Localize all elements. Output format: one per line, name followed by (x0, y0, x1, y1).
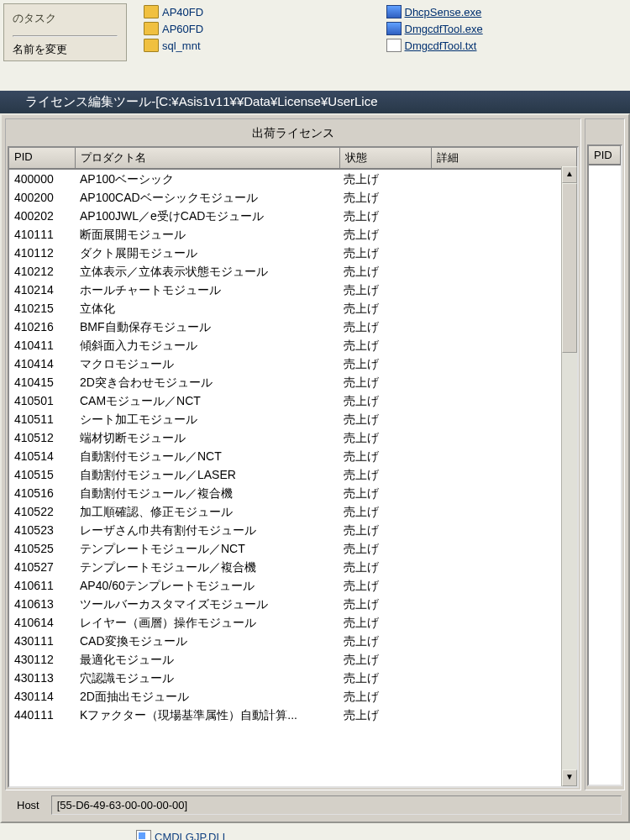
table-row[interactable]: 4301142D面抽出モジュール売上げ (9, 687, 577, 706)
file-item[interactable]: DhcpSense.exe (385, 3, 627, 20)
host-field[interactable]: [55-D6-49-63-00-00-00-00] (51, 795, 622, 815)
table-row[interactable]: 410611AP40/60テンプレートモジュール売上げ (9, 576, 577, 595)
window-title: ライセンス編集ツール-[C:¥Asis1v11¥¥Data¥License¥Us… (25, 94, 377, 108)
cell-detail (429, 207, 577, 225)
desktop-background: のタスク 名前を変更 AP40FD DhcpSense.exe AP60FD D… (0, 0, 630, 91)
tasks-title: のタスク (13, 8, 118, 29)
table-row[interactable]: 410525テンプレートモジュール／NCT売上げ (9, 539, 577, 558)
cell-detail (429, 428, 577, 447)
scroll-down-button[interactable]: ▼ (562, 769, 577, 786)
window-titlebar[interactable]: ライセンス編集ツール-[C:¥Asis1v11¥¥Data¥License¥Us… (0, 91, 630, 113)
col-pid-right[interactable]: PID (589, 146, 621, 165)
cell-pid: 440111 (9, 706, 75, 724)
cell-status: 売上げ (339, 207, 429, 225)
cell-name: レーザさん巾共有割付モジュール (75, 521, 339, 539)
cell-pid: 410512 (9, 428, 75, 447)
cell-status: 売上げ (339, 632, 429, 650)
cell-name: 自動割付モジュール／NCT (75, 447, 339, 465)
folder-icon (144, 22, 159, 35)
cell-detail (429, 502, 577, 521)
table-row[interactable]: 440111Kファクター（現場基準属性）自動計算...売上げ (9, 706, 577, 724)
table-row[interactable]: 430113穴認識モジュール売上げ (9, 669, 577, 687)
cell-detail (429, 391, 577, 410)
table-row[interactable]: 410613ツールバーカスタマイズモジュール売上げ (9, 595, 577, 613)
cell-name: AP40/60テンプレートモジュール (75, 576, 339, 595)
file-item[interactable]: DmgcdfTool.exe (385, 20, 627, 37)
cell-detail (429, 188, 577, 207)
table-row[interactable]: 410414マクロモジュール売上げ (9, 354, 577, 373)
table-row[interactable]: 410215立体化売上げ (9, 299, 577, 318)
right-listview[interactable]: PID (587, 144, 622, 786)
table-row[interactable]: 410522加工順確認、修正モジュール売上げ (9, 502, 577, 521)
table-row[interactable]: 430112最適化モジュール売上げ (9, 650, 577, 669)
cell-name: テンプレートモジュール／NCT (75, 539, 339, 558)
table-row[interactable]: 410501CAMモジュール／NCT売上げ (9, 391, 577, 410)
cell-status: 売上げ (339, 410, 429, 428)
cell-detail (429, 336, 577, 354)
table-row[interactable]: 410514自動割付モジュール／NCT売上げ (9, 447, 577, 465)
cell-detail (429, 595, 577, 613)
table-row[interactable]: 410411傾斜面入力モジュール売上げ (9, 336, 577, 354)
table-row[interactable]: 410527テンプレートモジュール／複合機売上げ (9, 558, 577, 576)
cell-pid: 410214 (9, 281, 75, 299)
cell-detail (429, 465, 577, 484)
cell-status: 売上げ (339, 281, 429, 299)
cell-pid: 410414 (9, 354, 75, 373)
cell-name: AP100JWL／e受けCADモジュール (75, 207, 339, 225)
folder-item[interactable]: AP40FD (142, 3, 385, 20)
listview-header: PID プロダクト名 状態 詳細 (9, 148, 577, 170)
cell-detail (429, 373, 577, 391)
table-row[interactable]: 410523レーザさん巾共有割付モジュール売上げ (9, 521, 577, 539)
table-row[interactable]: 410214ホールチャートモジュール売上げ (9, 281, 577, 299)
table-row[interactable]: 410112ダクト展開モジュール売上げ (9, 244, 577, 262)
right-panel: PID (585, 118, 625, 790)
cell-name: テンプレートモジュール／複合機 (75, 558, 339, 576)
cell-pid: 400000 (9, 170, 75, 188)
cell-detail (429, 170, 577, 188)
scroll-thumb[interactable] (562, 183, 577, 353)
exe-icon (386, 5, 402, 18)
cell-pid: 410516 (9, 484, 75, 502)
window-body: 出荷ライセンス PID プロダクト名 状態 詳細 400000AP100ベーシッ… (0, 113, 630, 823)
scroll-up-button[interactable]: ▲ (562, 166, 577, 183)
cell-pid: 400200 (9, 188, 75, 207)
cell-status: 売上げ (339, 539, 429, 558)
cell-pid: 410111 (9, 225, 75, 244)
host-label: Host (17, 799, 39, 811)
cell-status: 売上げ (339, 336, 429, 354)
cell-name: 2D突き合わせモジュール (75, 373, 339, 391)
cell-pid: 410611 (9, 576, 75, 595)
folder-item[interactable]: sql_mnt (142, 37, 385, 54)
table-row[interactable]: 410212立体表示／立体表示状態モジュール売上げ (9, 262, 577, 281)
table-row[interactable]: 430111CAD変換モジュール売上げ (9, 632, 577, 650)
col-pid[interactable]: PID (9, 148, 76, 169)
exe-icon (386, 22, 402, 35)
license-listview[interactable]: PID プロダクト名 状態 詳細 400000AP100ベーシック売上げ4002… (8, 146, 579, 788)
vertical-scrollbar[interactable]: ▲ ▼ (561, 166, 577, 786)
cell-name: 立体表示／立体表示状態モジュール (75, 262, 339, 281)
table-row[interactable]: 400202AP100JWL／e受けCADモジュール売上げ (9, 207, 577, 225)
folder-item[interactable]: AP60FD (142, 20, 385, 37)
cell-status: 売上げ (339, 391, 429, 410)
table-row[interactable]: 400200AP100CADベーシックモジュール売上げ (9, 188, 577, 207)
table-row[interactable]: 4104152D突き合わせモジュール売上げ (9, 373, 577, 391)
rename-link[interactable]: 名前を変更 (13, 42, 118, 57)
table-row[interactable]: 410511シート加工モジュール売上げ (9, 410, 577, 428)
table-row[interactable]: 410111断面展開モジュール売上げ (9, 225, 577, 244)
col-detail[interactable]: 詳細 (432, 148, 577, 169)
cell-pid: 410522 (9, 502, 75, 521)
table-row[interactable]: 410512端材切断モジュール売上げ (9, 428, 577, 447)
cell-status: 売上げ (339, 188, 429, 207)
table-row[interactable]: 410216BMF自動保存モジュール売上げ (9, 318, 577, 336)
cell-detail (429, 650, 577, 669)
cell-name: CAD変換モジュール (75, 632, 339, 650)
table-row[interactable]: 410515自動割付モジュール／LASER売上げ (9, 465, 577, 484)
col-status[interactable]: 状態 (340, 148, 432, 169)
table-row[interactable]: 410614レイヤー（画層）操作モジュール売上げ (9, 613, 577, 632)
file-item[interactable]: CMDLGJP.DLL (134, 828, 390, 840)
table-row[interactable]: 400000AP100ベーシック売上げ (9, 170, 577, 188)
cell-name: 穴認識モジュール (75, 669, 339, 687)
file-item[interactable]: DmgcdfTool.txt (385, 37, 627, 54)
col-name[interactable]: プロダクト名 (76, 148, 340, 169)
table-row[interactable]: 410516自動割付モジュール／複合機売上げ (9, 484, 577, 502)
